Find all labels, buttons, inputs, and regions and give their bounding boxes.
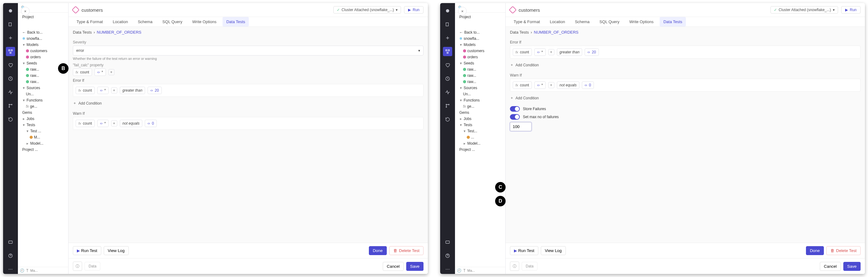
run-test-button[interactable]: ▶ Run Test — [510, 246, 538, 255]
view-log-button[interactable]: View Log — [541, 246, 566, 255]
err-add-cond[interactable]: ＋Add Condition — [510, 61, 861, 71]
tree-functions[interactable]: ▾Functions — [455, 97, 505, 103]
tree-projectconf[interactable]: Project ... — [18, 146, 68, 153]
help-icon[interactable] — [6, 251, 15, 261]
clock-icon[interactable] — [6, 74, 15, 83]
warn-add-cond[interactable]: ＋Add Condition — [510, 94, 861, 104]
tree-jobs[interactable]: ▸Jobs — [18, 116, 68, 122]
branch-icon[interactable] — [6, 101, 15, 110]
warn-add-arg[interactable]: + — [548, 82, 554, 88]
breadcrumb-root[interactable]: Data Tests — [73, 30, 92, 35]
err-op[interactable]: greater than — [557, 48, 583, 56]
done-button[interactable]: Done — [806, 246, 824, 255]
err-add-arg[interactable]: + — [548, 49, 554, 55]
tree-seed2[interactable]: raw... — [455, 72, 505, 79]
heart-icon[interactable] — [6, 61, 15, 70]
info-button[interactable]: ⓘ — [510, 262, 519, 271]
run-button[interactable]: ▶ Run — [841, 6, 861, 13]
tree-source1[interactable]: Un... — [455, 91, 505, 97]
more-icon[interactable] — [6, 265, 15, 274]
err-fx[interactable]: fxcount — [513, 48, 532, 56]
view-log-button[interactable]: View Log — [104, 246, 129, 255]
tree-orders[interactable]: orders — [455, 54, 505, 60]
tree-modeltests[interactable]: ▸Model... — [455, 140, 505, 146]
branch-icon[interactable] — [443, 101, 452, 110]
tree-models[interactable]: ▾Models — [455, 42, 505, 48]
tab-schema[interactable]: Schema — [571, 17, 593, 27]
pulse-icon[interactable] — [6, 88, 15, 97]
done-button[interactable]: Done — [369, 246, 387, 255]
history-icon[interactable] — [6, 115, 15, 124]
warn-star[interactable]: ‹›* — [97, 120, 108, 127]
tree-sources[interactable]: ▾Sources — [18, 85, 68, 91]
tree-gems[interactable]: Gems — [18, 109, 68, 116]
save-button[interactable]: Save — [406, 262, 424, 271]
tree-projectconf[interactable]: Project ... — [455, 146, 505, 153]
cluster-pill[interactable]: ✓ Cluster Attached (snowflake_...) ▾ — [771, 6, 838, 13]
tree-models[interactable]: ▾Models — [18, 42, 68, 48]
files-icon[interactable] — [6, 20, 15, 29]
tree-func1[interactable]: fxge... — [455, 103, 505, 109]
tree-seeds[interactable]: ▾Seeds — [455, 60, 505, 66]
warn-val[interactable]: ‹›0 — [145, 120, 157, 127]
cluster-pill[interactable]: ✓ Cluster Attached (snowflake_...) ▾ — [333, 6, 401, 13]
card-icon[interactable] — [443, 238, 452, 247]
tree-snowflake[interactable]: ❄snowfla... — [455, 35, 505, 42]
add-icon[interactable] — [6, 33, 15, 42]
tree-seed1[interactable]: raw... — [455, 66, 505, 72]
card-icon[interactable] — [6, 238, 15, 247]
warn-fx[interactable]: fxcount — [513, 81, 532, 89]
tree-tests[interactable]: ▾Tests — [455, 122, 505, 128]
tree-customers[interactable]: customers — [18, 48, 68, 54]
breadcrumb-root[interactable]: Data Tests — [510, 30, 529, 35]
max-failures-input[interactable] — [510, 122, 531, 131]
tab-schema[interactable]: Schema — [134, 17, 156, 27]
tree-customers[interactable]: customers — [455, 48, 505, 54]
tree-source1[interactable]: Un... — [18, 91, 68, 97]
graph-icon[interactable] — [443, 47, 452, 56]
info-button[interactable]: ⓘ — [73, 262, 82, 271]
tree-seed3[interactable]: raw... — [18, 79, 68, 85]
tree-tests[interactable]: ▾Tests — [18, 122, 68, 128]
delete-test-button[interactable]: 🗑Delete Test — [826, 246, 861, 255]
severity-select[interactable]: error ▾ — [73, 46, 424, 56]
add-icon[interactable] — [443, 33, 452, 42]
save-button[interactable]: Save — [843, 262, 861, 271]
cancel-button[interactable]: Cancel — [383, 262, 404, 271]
run-button[interactable]: ▶ Run — [404, 6, 424, 13]
close-button[interactable]: × — [458, 7, 467, 15]
tab-type-format[interactable]: Type & Format — [510, 17, 544, 27]
help-icon[interactable] — [443, 251, 452, 261]
warn-fx[interactable]: fxcount — [75, 120, 95, 127]
tab-sql[interactable]: SQL Query — [596, 17, 623, 27]
breadcrumb-leaf[interactable]: NUMBER_OF_ORDERS — [534, 30, 579, 35]
tab-write[interactable]: Write Options — [626, 17, 657, 27]
failcalc-add[interactable]: + — [108, 69, 115, 75]
tab-data-tests[interactable]: Data Tests — [222, 17, 249, 27]
tree-func1[interactable]: fxge... — [18, 103, 68, 109]
data-pill[interactable]: Data — [522, 262, 537, 271]
breadcrumb-leaf[interactable]: NUMBER_OF_ORDERS — [97, 30, 142, 35]
tree-test1[interactable]: ▾Test... — [455, 128, 505, 134]
tree-goback[interactable]: ←Back to... — [455, 29, 505, 35]
tree-goback[interactable]: ←Back to... — [18, 29, 68, 35]
data-pill[interactable]: Data — [85, 262, 100, 271]
warn-star[interactable]: ‹›* — [534, 81, 546, 89]
tree-seed3[interactable]: raw... — [455, 79, 505, 85]
failcalc-fx-chip[interactable]: fxcount — [73, 68, 92, 76]
err-add-arg[interactable]: + — [111, 87, 117, 94]
tree-test1[interactable]: ▾Test ... — [18, 128, 68, 134]
err-star[interactable]: ‹›* — [534, 48, 546, 56]
close-button[interactable]: × — [21, 7, 30, 15]
failcalc-star-chip[interactable]: ‹›* — [94, 68, 106, 76]
tree-gems[interactable]: Gems — [455, 109, 505, 116]
tree-snowflake[interactable]: ❄snowfla... — [18, 35, 68, 42]
err-val[interactable]: ‹›20 — [585, 48, 598, 56]
warn-op[interactable]: not equals — [120, 120, 142, 127]
err-fx[interactable]: fxcount — [75, 87, 95, 94]
tree-seed2[interactable]: raw... — [18, 72, 68, 79]
tab-type-format[interactable]: Type & Format — [73, 17, 106, 27]
tab-data-tests[interactable]: Data Tests — [660, 17, 686, 27]
tree-modeltests[interactable]: ▸Model... — [18, 140, 68, 146]
heart-icon[interactable] — [443, 61, 452, 70]
